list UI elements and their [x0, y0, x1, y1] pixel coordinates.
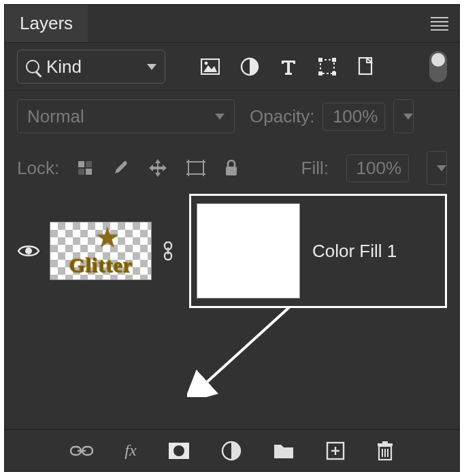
new-adjustment-layer-button[interactable]	[221, 441, 242, 461]
new-group-button[interactable]	[273, 442, 295, 460]
lock-artboard-icon[interactable]	[186, 159, 206, 177]
thumbnail-text: Glitter	[53, 254, 148, 277]
blend-row: Normal Opacity: 100%	[5, 90, 459, 141]
lock-position-icon[interactable]	[148, 158, 168, 178]
bottom-toolbar: fx	[5, 429, 459, 471]
layer-name[interactable]: Color Fill 1	[312, 241, 397, 262]
svg-rect-13	[86, 169, 92, 175]
add-mask-button[interactable]	[168, 442, 190, 460]
svg-rect-10	[78, 161, 84, 167]
svg-rect-7	[318, 71, 322, 75]
opacity-label: Opacity:	[250, 106, 314, 127]
opacity-stepper[interactable]	[393, 99, 414, 133]
lock-all-icon[interactable]	[224, 159, 239, 177]
chevron-down-icon	[147, 64, 156, 70]
svg-rect-14	[188, 162, 203, 174]
delete-layer-button[interactable]	[376, 441, 394, 461]
lock-label: Lock:	[17, 158, 59, 179]
chevron-down-icon	[215, 114, 225, 120]
layer-style-button[interactable]: fx	[125, 441, 136, 460]
svg-rect-43	[382, 441, 388, 443]
blend-mode-select[interactable]: Normal	[17, 99, 235, 133]
svg-rect-12	[78, 169, 84, 175]
filter-toggle[interactable]	[429, 51, 447, 82]
svg-rect-23	[226, 167, 237, 175]
svg-marker-1	[203, 65, 217, 72]
blend-mode-label: Normal	[27, 106, 84, 127]
chevron-down-icon	[403, 114, 413, 120]
svg-rect-6	[332, 58, 336, 62]
visibility-toggle[interactable]	[17, 243, 40, 258]
svg-point-24	[25, 248, 32, 254]
svg-point-33	[173, 445, 184, 456]
svg-rect-42	[378, 443, 393, 446]
new-layer-button[interactable]	[326, 441, 345, 460]
lock-transparency-icon[interactable]	[77, 160, 93, 176]
type-layer-filter-icon[interactable]	[280, 58, 297, 75]
fill-stepper[interactable]	[427, 151, 447, 185]
fill-input[interactable]: 100%	[346, 154, 409, 182]
fill-label: Fill:	[301, 158, 329, 179]
svg-line-28	[199, 307, 289, 389]
layers-panel: Layers Kind	[4, 4, 460, 472]
filter-kind-select[interactable]: Kind	[17, 50, 165, 84]
filter-icon-group	[201, 57, 375, 76]
spacer	[5, 302, 459, 429]
layers-list: ★ Glitter Color Fill 1	[5, 194, 459, 302]
layer-mask-thumbnail[interactable]	[197, 203, 300, 299]
panel-header: Layers	[5, 5, 459, 43]
lock-pixels-icon[interactable]	[111, 158, 130, 177]
svg-rect-8	[332, 71, 336, 75]
adjustment-layer-filter-icon[interactable]	[240, 57, 259, 76]
selected-layer-highlight: Color Fill 1	[189, 194, 447, 308]
filter-row: Kind	[5, 43, 459, 90]
pixel-layer-filter-icon[interactable]	[201, 58, 220, 75]
svg-rect-11	[86, 161, 92, 167]
smart-object-filter-icon[interactable]	[357, 57, 375, 76]
lock-row: Lock: Fill: 100%	[5, 141, 459, 194]
tab-layers[interactable]: Layers	[5, 5, 88, 42]
filter-kind-label: Kind	[46, 56, 82, 78]
search-icon	[26, 60, 39, 73]
annotation-arrow	[187, 302, 303, 397]
svg-point-2	[205, 62, 208, 65]
layer-thumbnail[interactable]: ★ Glitter	[50, 222, 152, 280]
link-mask-icon[interactable]	[161, 241, 180, 260]
svg-rect-5	[318, 58, 322, 62]
chevron-down-icon	[437, 165, 446, 171]
star-shape: ★	[94, 224, 121, 251]
layer-row[interactable]: ★ Glitter Color Fill 1	[5, 207, 459, 295]
opacity-input[interactable]: 100%	[322, 103, 385, 131]
link-layers-button[interactable]	[70, 444, 93, 458]
panel-menu-icon[interactable]	[431, 14, 448, 33]
shape-layer-filter-icon[interactable]	[318, 57, 337, 76]
